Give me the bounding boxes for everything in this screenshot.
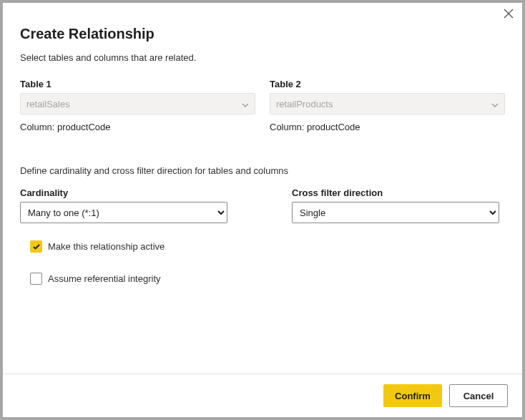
- table1-select[interactable]: retailSales: [20, 93, 255, 114]
- dialog-footer: Confirm Cancel: [3, 373, 522, 417]
- confirm-button[interactable]: Confirm: [383, 384, 442, 407]
- table1-value: retailSales: [26, 99, 70, 109]
- table1-column-line: Column: productCode: [20, 122, 255, 132]
- dialog-frame: Create Relationship Select tables and co…: [0, 0, 525, 420]
- table1-col: Table 1 retailSales Column: productCode: [20, 79, 255, 132]
- section2-text: Define cardinality and cross filter dire…: [20, 165, 505, 176]
- chevron-down-icon: [242, 99, 249, 109]
- cardinality-label: Cardinality: [20, 187, 227, 198]
- dialog-body: Create Relationship Select tables and co…: [3, 3, 522, 373]
- table2-column-prefix: Column:: [270, 122, 307, 132]
- cardinality-col: Cardinality Many to one (*:1): [20, 187, 227, 223]
- check-ref-row: Assume referential integrity: [30, 273, 505, 285]
- check-active-row: Make this relationship active: [30, 240, 505, 253]
- check-active-label: Make this relationship active: [48, 241, 165, 252]
- close-button[interactable]: [502, 9, 515, 21]
- table2-select[interactable]: retailProducts: [270, 93, 505, 114]
- tables-row: Table 1 retailSales Column: productCode …: [20, 79, 505, 132]
- table2-column-line: Column: productCode: [270, 122, 505, 132]
- cardinality-row: Cardinality Many to one (*:1) Cross filt…: [20, 187, 505, 223]
- crossfilter-col: Cross filter direction Single: [292, 187, 499, 223]
- check-ref-box[interactable]: [30, 273, 42, 285]
- check-active-box[interactable]: [30, 240, 42, 253]
- crossfilter-label: Cross filter direction: [292, 187, 499, 198]
- check-ref-label: Assume referential integrity: [48, 273, 161, 284]
- table2-col: Table 2 retailProducts Column: productCo…: [270, 79, 505, 132]
- cardinality-select[interactable]: Many to one (*:1): [20, 202, 227, 223]
- table2-label: Table 2: [270, 79, 505, 89]
- chevron-down-icon: [491, 99, 499, 109]
- dialog-subtitle: Select tables and columns that are relat…: [20, 52, 505, 63]
- cancel-button[interactable]: Cancel: [449, 384, 508, 407]
- close-icon: [504, 9, 514, 19]
- checkmark-icon: [32, 243, 41, 251]
- table2-column-value: productCode: [307, 122, 360, 132]
- crossfilter-select[interactable]: Single: [292, 202, 499, 223]
- table2-value: retailProducts: [276, 99, 333, 109]
- table1-column-prefix: Column:: [20, 122, 57, 132]
- dialog-title: Create Relationship: [20, 26, 505, 42]
- table1-column-value: productCode: [57, 122, 110, 132]
- table1-label: Table 1: [20, 79, 255, 89]
